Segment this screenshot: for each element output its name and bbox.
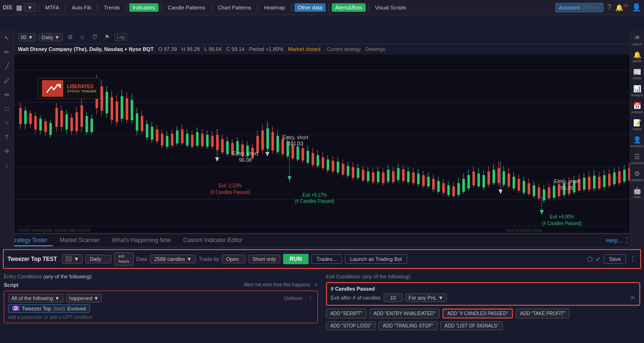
uniform-label[interactable]: Uniform: [284, 295, 302, 301]
00-dropdown[interactable]: 00 ▼: [18, 33, 36, 42]
help-link[interactable]: Help...: [606, 237, 622, 244]
checkmark-icon[interactable]: ✓: [595, 255, 601, 263]
svg-text:101.33: 101.33: [288, 141, 303, 146]
svg-marker-87: [215, 158, 219, 162]
arrow-tool[interactable]: ↓: [1, 159, 13, 171]
chart-patterns-btn[interactable]: Chart Patterns: [215, 3, 255, 12]
add-buttons-row-2: ADD "STOP LOSS" ADD "TRAILING STOP" ADD …: [326, 321, 640, 330]
news-icon[interactable]: 📰 news: [631, 66, 644, 82]
svg-rect-88: [216, 135, 218, 150]
exit-conditions-panel: Exit Conditions (any of the following): …: [322, 271, 644, 333]
launch-bot-button[interactable]: Launch as Trading Bot: [345, 254, 407, 264]
help-icon[interactable]: ?: [607, 3, 611, 12]
circle-tool[interactable]: ○: [1, 117, 13, 128]
open-select[interactable]: Open: [222, 255, 245, 263]
cursor-icon[interactable]: ⊹: [78, 33, 87, 42]
candles-input[interactable]: 10: [384, 293, 402, 302]
happened-dropdown[interactable]: happened ▼: [66, 294, 102, 302]
clock-icon[interactable]: ⏱: [90, 33, 100, 42]
options-icon[interactable]: ⚙ options: [631, 168, 644, 184]
text-tool[interactable]: T: [1, 131, 13, 142]
rect-tool[interactable]: □: [1, 103, 13, 114]
tweezer-badge: D Tweezer Top (last) Evolved: [8, 304, 90, 313]
alerts-bots-btn[interactable]: Alerts&Bots: [332, 3, 365, 12]
add-param[interactable]: add a parameter or add a GPT condition: [8, 315, 314, 320]
assistant-btn[interactable]: Assistant CTRL+K: [555, 3, 603, 12]
log-btn[interactable]: Log: [115, 33, 127, 41]
strategy-label: Current strategy: [327, 47, 361, 52]
trends-btn[interactable]: Trends: [100, 3, 123, 12]
svg-text:Exit +4.00%: Exit +4.00%: [550, 214, 574, 219]
bars-icon-btn[interactable]: ⬛ ▼: [62, 254, 83, 264]
alerts-icon[interactable]: 🔔 alerts: [631, 49, 644, 65]
visual-scripts-btn[interactable]: Visual Scripts: [372, 3, 410, 12]
watch-icon[interactable]: 👁 watch: [631, 32, 644, 48]
brush-tool[interactable]: 🖊: [1, 75, 13, 86]
chart-visual[interactable]: LIBERATED STOCK TRADER 120.00 110.00 99.…: [14, 54, 644, 237]
share-icon[interactable]: ⬡: [587, 255, 593, 263]
logo-sub: STOCK TRADER: [67, 89, 96, 93]
alert-close-x[interactable]: ✕: [314, 282, 318, 287]
notes-icon[interactable]: 📝 notes: [631, 117, 644, 133]
add-take-profit-btn[interactable]: ADD "TAKE PROFIT": [516, 309, 569, 318]
alert-link[interactable]: Alert me next time this happens ✕: [244, 282, 318, 287]
svg-marker-119: [287, 176, 292, 180]
left-sidebar: ↖ ✏ ╱ 🖊 ⇔ □ ○ T ✛ ↓: [0, 30, 14, 247]
chart-area: 00 ▼ Daily ▼ ⚙ ⊹ ⏱ ⚑ Log ⛶ 📷 Walt Disney…: [14, 30, 644, 247]
season-icon[interactable]: 📅 season: [631, 100, 644, 116]
candles-select[interactable]: 2588 candles ▼: [150, 255, 196, 263]
analyst-icon[interactable]: 📊 analyst: [631, 83, 644, 99]
crosshair-tool[interactable]: ✛: [1, 145, 13, 157]
add-list-signals-btn[interactable]: ADD "LIST OF SIGNALS": [440, 321, 503, 330]
pencil-tool[interactable]: ✏: [1, 46, 13, 58]
add-entry-invalidated-btn[interactable]: ADD "ENTRY INVALIDATED": [369, 309, 440, 318]
notification-icon[interactable]: 🔔15: [615, 3, 628, 11]
tab-custom-indicator[interactable]: Custom Indicator Editor: [177, 235, 248, 246]
insiders-icon[interactable]: 👤 insiders: [631, 134, 644, 150]
sep3: [97, 3, 98, 12]
entry-conditions-panel: Entry Conditions (any of the following):…: [0, 271, 322, 333]
flag-icon[interactable]: ⚑: [102, 33, 112, 42]
top-toolbar: DIS ▦ ▼ MTFA Auto Fib Trends Indicators …: [0, 0, 644, 15]
svg-text:(# Candles Passed): (# Candles Passed): [542, 221, 582, 226]
candles-close-x[interactable]: ✕: [630, 294, 636, 301]
candlestick-chart[interactable]: Entry, short 96.08 Entry, short 101.33 E…: [14, 54, 632, 237]
line-tool[interactable]: ╱: [1, 60, 13, 72]
checklist-icon[interactable]: ☰ checklis: [631, 151, 644, 167]
trades-button[interactable]: Trades...: [311, 254, 342, 264]
add-script-btn[interactable]: ADD "SCRIPT": [326, 309, 367, 318]
add-trailing-stop-btn[interactable]: ADD "TRAILING STOP": [378, 321, 437, 330]
timeframe-select[interactable]: Daily: [85, 255, 111, 263]
bots-icon[interactable]: 🤖 bots: [631, 185, 644, 201]
autofib-btn[interactable]: Auto Fib: [68, 3, 94, 12]
pnl-dropdown[interactable]: For any PnL ▼: [405, 293, 447, 302]
add-stop-loss-btn[interactable]: ADD "STOP LOSS": [326, 321, 376, 330]
user-icon[interactable]: 👤: [632, 3, 641, 12]
tab-market-scanner[interactable]: Market Scanner: [54, 235, 105, 246]
chart-dropdown[interactable]: ▼: [24, 3, 36, 12]
cond-block-row: All of the following ▼ happened ▼ Unifor…: [8, 294, 314, 302]
other-data-btn[interactable]: Other data: [294, 3, 326, 12]
mtfa-btn[interactable]: MTFA: [42, 3, 62, 12]
condition-block: All of the following ▼ happened ▼ Unifor…: [4, 291, 318, 323]
short-only-select[interactable]: Short only: [248, 255, 280, 263]
ext-hours-btn[interactable]: ext.hours: [114, 252, 134, 266]
cursor-tool[interactable]: ↖: [1, 32, 13, 43]
more-icon[interactable]: ⋮: [629, 254, 636, 263]
settings-icon[interactable]: ⚙: [66, 33, 75, 42]
candle-patterns-btn[interactable]: Candle Patterns: [165, 3, 209, 12]
dots-button[interactable]: ⋮: [307, 294, 314, 302]
chart-type-icon[interactable]: ▦: [16, 4, 22, 11]
data-label: Data: [136, 256, 147, 262]
sep9: [328, 3, 329, 12]
tab-whats-happening[interactable]: What's Happening Now: [106, 235, 176, 246]
sep8: [291, 3, 292, 12]
indicators-btn[interactable]: Indicators: [129, 3, 159, 12]
measure-tool[interactable]: ⇔: [1, 89, 13, 100]
run-button[interactable]: RUN: [283, 254, 309, 264]
all-of-dropdown[interactable]: All of the following ▼: [8, 294, 63, 302]
timeframe-dropdown[interactable]: Daily ▼: [39, 33, 62, 42]
save-button[interactable]: Save: [604, 254, 626, 264]
add-candles-passed-btn[interactable]: ADD "# CANDLES PASSED": [443, 309, 513, 318]
heatmap-btn[interactable]: Heatmap: [261, 3, 289, 12]
